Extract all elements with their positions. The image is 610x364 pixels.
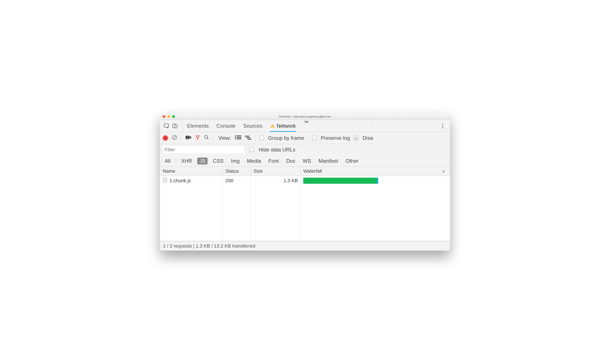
view-mode-icons: [235, 135, 251, 141]
group-by-frame-label: Group by frame: [268, 135, 304, 141]
inspect-element-icon[interactable]: [162, 122, 171, 130]
requests-table: Name Status Size Waterfall ▲ 1.chunk.js …: [160, 167, 450, 241]
svg-point-6: [442, 125, 443, 126]
svg-rect-17: [245, 136, 249, 137]
close-window-button[interactable]: [163, 115, 165, 118]
search-icon[interactable]: [204, 135, 209, 141]
table-row[interactable]: 200: [223, 176, 251, 185]
type-filter-row: All XHR JS CSS Img Media Font Doc WS Man…: [160, 155, 450, 167]
tab-label: Elements: [187, 123, 209, 129]
svg-point-5: [442, 123, 443, 124]
col-header-size[interactable]: Size: [251, 167, 301, 176]
separator: [308, 135, 308, 141]
svg-point-7: [442, 127, 443, 128]
zoom-window-button[interactable]: [172, 115, 175, 118]
table-row[interactable]: 1.3 KB: [251, 176, 300, 185]
svg-rect-3: [272, 125, 273, 126]
tab-sources[interactable]: Sources: [243, 120, 262, 132]
svg-rect-2: [175, 125, 177, 128]
status-text: 1 / 2 requests | 1.3 KB / 13.2 KB transf…: [163, 243, 255, 249]
svg-rect-18: [246, 137, 250, 138]
window-controls: [163, 115, 175, 118]
tab-console[interactable]: Console: [217, 120, 235, 132]
waterfall-view-icon[interactable]: [245, 135, 251, 141]
tab-label: Sources: [243, 123, 262, 129]
request-name: 1.chunk.js: [169, 178, 191, 183]
type-filter-js[interactable]: JS: [197, 157, 208, 165]
separator: [182, 122, 183, 130]
type-filter-manifest[interactable]: Manifest: [316, 157, 340, 165]
more-tabs-icon[interactable]: [303, 120, 310, 132]
main-tabs: Elements Console Sources Network: [187, 120, 310, 132]
table-row[interactable]: [301, 176, 450, 185]
svg-point-10: [205, 135, 208, 139]
warning-icon: [270, 124, 275, 128]
table-body: 1.chunk.js 200 1.3 KB: [160, 176, 450, 241]
titlebar: DevTools - react-lazy-suspense.glitch.me…: [160, 113, 450, 120]
svg-rect-9: [185, 136, 189, 139]
screenshot-icon[interactable]: [185, 135, 191, 141]
col-header-status[interactable]: Status: [223, 167, 251, 176]
disable-cache-checkbox[interactable]: [354, 136, 359, 141]
sort-indicator-icon: ▲: [442, 169, 445, 173]
group-by-frame-checkbox[interactable]: [259, 136, 264, 141]
request-status: 200: [225, 178, 233, 183]
tab-network[interactable]: Network: [270, 120, 296, 132]
svg-rect-15: [235, 139, 236, 139]
svg-rect-14: [237, 137, 241, 138]
separator: [181, 135, 182, 141]
filter-row: Hide data URLs: [160, 144, 450, 155]
type-filter-doc[interactable]: Doc: [284, 157, 298, 165]
hide-data-urls-label: Hide data URLs: [259, 147, 295, 153]
devtools-window: DevTools - react-lazy-suspense.glitch.me…: [160, 113, 450, 251]
large-rows-icon[interactable]: [235, 135, 241, 141]
tab-label: Console: [217, 123, 235, 129]
type-filter-all[interactable]: All: [163, 157, 173, 165]
network-toolbar: View: Group by frame Preserve log Disa: [160, 132, 450, 144]
separator: [372, 122, 373, 130]
filter-input[interactable]: [162, 146, 244, 154]
preserve-log-checkbox[interactable]: [312, 136, 317, 141]
separator: [176, 158, 176, 164]
svg-rect-19: [247, 139, 251, 140]
file-icon: [163, 177, 167, 184]
request-size: 1.3 KB: [284, 178, 298, 183]
separator: [213, 135, 213, 141]
type-filter-css[interactable]: CSS: [211, 157, 226, 165]
kebab-menu-icon[interactable]: [438, 122, 447, 130]
table-row[interactable]: 1.chunk.js: [160, 176, 222, 185]
window-title: DevTools - react-lazy-suspense.glitch.me…: [279, 115, 331, 118]
record-button[interactable]: [163, 136, 168, 141]
tab-label: Network: [277, 123, 296, 129]
svg-rect-12: [237, 135, 241, 136]
minimize-window-button[interactable]: [167, 115, 170, 118]
waterfall-bar: [303, 178, 447, 184]
type-filter-media[interactable]: Media: [245, 157, 263, 165]
svg-rect-11: [235, 135, 236, 136]
preserve-log-label: Preserve log: [321, 135, 350, 141]
view-label: View:: [218, 135, 231, 141]
svg-rect-16: [237, 139, 241, 139]
clear-button[interactable]: [172, 135, 177, 142]
table-header: Name Status Size Waterfall ▲: [160, 167, 450, 176]
type-filter-font[interactable]: Font: [266, 157, 281, 165]
status-bar: 1 / 2 requests | 1.3 KB / 13.2 KB transf…: [160, 241, 450, 251]
type-filter-img[interactable]: Img: [229, 157, 242, 165]
svg-rect-0: [164, 124, 169, 127]
type-filter-ws[interactable]: WS: [301, 157, 313, 165]
device-toolbar-icon[interactable]: [171, 122, 180, 130]
type-filter-other[interactable]: Other: [343, 157, 361, 165]
svg-rect-13: [235, 137, 236, 138]
main-tabs-row: Elements Console Sources Network: [160, 120, 450, 132]
filter-icon[interactable]: [195, 135, 200, 141]
svg-rect-4: [272, 127, 273, 127]
type-filter-xhr[interactable]: XHR: [179, 157, 195, 165]
hide-data-urls-checkbox[interactable]: [249, 147, 254, 152]
disable-cache-label: Disa: [363, 135, 373, 141]
tab-elements[interactable]: Elements: [187, 120, 209, 132]
col-header-waterfall[interactable]: Waterfall ▲: [301, 167, 450, 176]
col-header-name[interactable]: Name: [160, 167, 223, 176]
